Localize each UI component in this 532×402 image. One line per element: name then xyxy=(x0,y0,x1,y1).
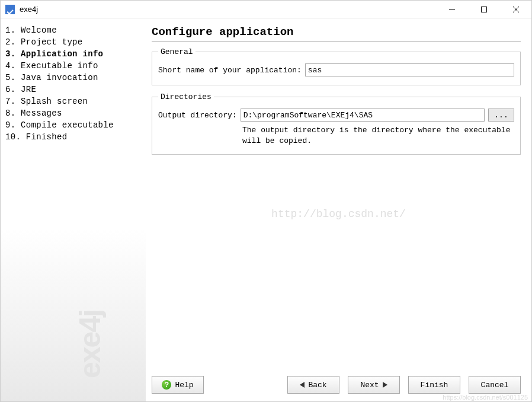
back-button-label: Back xyxy=(308,381,326,390)
output-dir-label: Output directory: xyxy=(158,111,237,120)
wizard-sidebar: 1. Welcome2. Project type3. Application … xyxy=(1,18,146,402)
wizard-step-8[interactable]: 8. Messages xyxy=(5,107,141,119)
directories-group: Directories Output directory: ... The ou… xyxy=(152,92,521,155)
wizard-step-1[interactable]: 1. Welcome xyxy=(5,24,141,36)
output-dir-help: The output directory is the directory wh… xyxy=(242,125,514,146)
back-button[interactable]: Back xyxy=(287,376,339,394)
short-name-input[interactable] xyxy=(305,63,514,76)
wizard-step-2[interactable]: 2. Project type xyxy=(5,36,141,48)
help-button[interactable]: ? Help xyxy=(152,376,204,394)
close-button[interactable] xyxy=(505,1,527,18)
cancel-button[interactable]: Cancel xyxy=(469,376,521,394)
button-bar: ? Help Back Next Finish Cancel xyxy=(152,371,521,396)
app-icon xyxy=(5,5,15,14)
output-dir-input[interactable] xyxy=(241,109,485,122)
svg-rect-1 xyxy=(482,7,487,12)
wizard-step-6[interactable]: 6. JRE xyxy=(5,84,141,95)
window-title: exe4j xyxy=(20,5,38,14)
brand-watermark: exe4j xyxy=(73,310,107,378)
watermark-text: http://blog.csdn.net/ xyxy=(271,208,406,220)
content-pane: Configure application General Short name… xyxy=(146,18,531,402)
wizard-step-9[interactable]: 9. Compile executable xyxy=(5,119,141,131)
divider xyxy=(152,41,521,42)
finish-button-label: Finish xyxy=(421,381,448,390)
help-button-label: Help xyxy=(175,381,193,390)
next-button-label: Next xyxy=(360,381,379,390)
maximize-button[interactable] xyxy=(473,1,495,18)
help-icon: ? xyxy=(162,380,171,390)
general-group: General Short name of your application: xyxy=(152,47,521,85)
window-controls xyxy=(441,1,527,18)
minimize-button[interactable] xyxy=(441,1,463,18)
cancel-button-label: Cancel xyxy=(481,381,509,390)
short-name-label: Short name of your application: xyxy=(158,66,302,75)
next-button[interactable]: Next xyxy=(348,376,400,394)
back-arrow-icon xyxy=(300,382,305,388)
wizard-step-7[interactable]: 7. Splash screen xyxy=(5,95,141,107)
directories-legend: Directories xyxy=(158,92,214,101)
wizard-step-3[interactable]: 3. Application info xyxy=(5,48,141,60)
titlebar: exe4j xyxy=(1,1,531,18)
browse-button[interactable]: ... xyxy=(488,109,514,122)
next-arrow-icon xyxy=(383,382,387,388)
wizard-step-10[interactable]: 10. Finished xyxy=(5,131,141,143)
page-title: Configure application xyxy=(152,25,521,39)
finish-button[interactable]: Finish xyxy=(408,376,460,394)
wizard-step-5[interactable]: 5. Java invocation xyxy=(5,72,141,84)
wizard-step-4[interactable]: 4. Executable info xyxy=(5,60,141,72)
general-legend: General xyxy=(158,47,196,56)
